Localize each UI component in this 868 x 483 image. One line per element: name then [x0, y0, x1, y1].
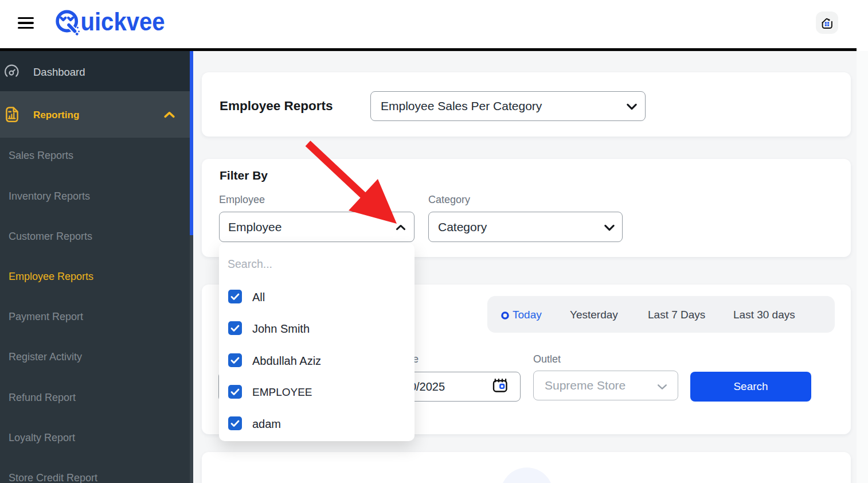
- svg-text:uickvee: uickvee: [81, 7, 165, 36]
